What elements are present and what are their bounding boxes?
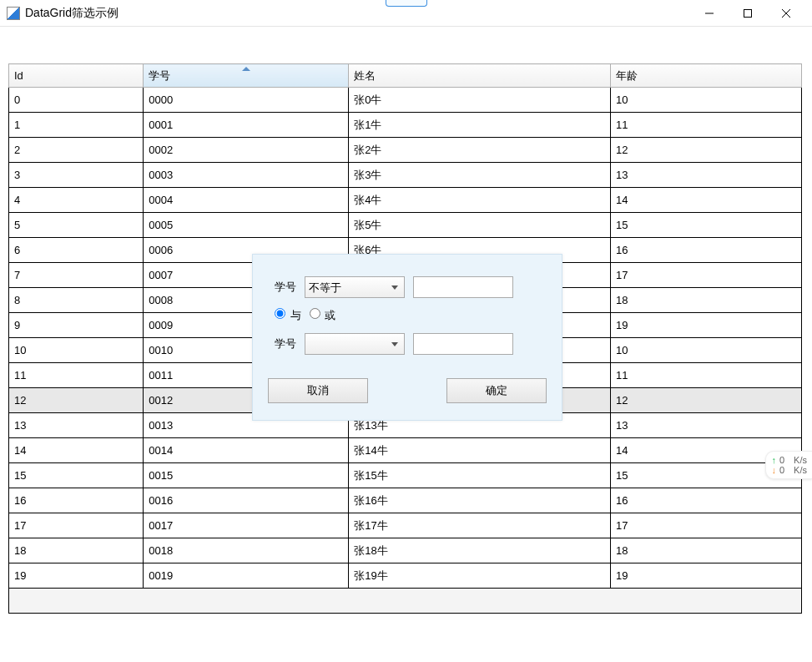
- table-cell: 0005: [144, 213, 349, 238]
- table-cell: 张17牛: [349, 513, 611, 538]
- logic-or-radio[interactable]: 或: [306, 308, 336, 323]
- filter-popup: 学号 不等于 与 或 学号 取消 确定: [252, 254, 562, 421]
- table-cell: 12: [611, 388, 802, 413]
- filter-value1-input[interactable]: [413, 276, 513, 298]
- table-cell: 张15牛: [349, 463, 611, 488]
- table-cell: 13: [611, 163, 802, 188]
- filter-condition-2: 学号: [268, 333, 547, 355]
- table-cell: 张16牛: [349, 488, 611, 513]
- column-header-label: Id: [14, 69, 23, 82]
- table-row[interactable]: 00000张0牛10: [9, 88, 802, 113]
- table-row[interactable]: 150015张15牛15: [9, 463, 802, 488]
- table-cell: 0016: [144, 488, 349, 513]
- table-cell: 张18牛: [349, 538, 611, 563]
- maximize-button[interactable]: [729, 1, 767, 26]
- table-cell: 张5牛: [349, 213, 611, 238]
- upload-unit: K/s: [794, 455, 807, 465]
- table-row[interactable]: 170017张17牛17: [9, 513, 802, 538]
- filter-field2-label: 学号: [268, 336, 296, 351]
- table-cell: 0003: [144, 163, 349, 188]
- table-cell: 张2牛: [349, 138, 611, 163]
- table-cell: 0: [9, 88, 144, 113]
- download-icon: ↓: [771, 465, 776, 475]
- table-cell: 18: [611, 288, 802, 313]
- table-cell: 10: [611, 338, 802, 363]
- column-header[interactable]: 学号: [144, 64, 349, 88]
- table-cell: 张4牛: [349, 188, 611, 213]
- download-value: 0: [779, 465, 784, 475]
- table-cell: 16: [611, 488, 802, 513]
- table-row[interactable]: 50005张5牛15: [9, 213, 802, 238]
- table-cell: 17: [611, 513, 802, 538]
- table-cell: 张19牛: [349, 563, 611, 589]
- cancel-button[interactable]: 取消: [268, 378, 368, 403]
- sort-ascending-icon: [242, 67, 250, 71]
- column-header-label: 姓名: [354, 69, 376, 82]
- filter-value2-input[interactable]: [413, 333, 513, 355]
- download-unit: K/s: [794, 465, 807, 475]
- table-cell: 9: [9, 313, 144, 338]
- filter-operator1-select[interactable]: 不等于: [305, 276, 405, 298]
- table-row[interactable]: 20002张2牛12: [9, 138, 802, 163]
- svg-rect-1: [744, 9, 752, 17]
- table-row[interactable]: 30003张3牛13: [9, 163, 802, 188]
- table-cell: 12: [611, 138, 802, 163]
- table-cell: 张0牛: [349, 88, 611, 113]
- grid-footer-space: [9, 589, 802, 614]
- table-cell: 19: [611, 563, 802, 589]
- grid-header: Id学号姓名年龄: [9, 64, 802, 88]
- titlebar: DataGrid筛选示例: [0, 0, 812, 27]
- column-header[interactable]: 姓名: [349, 64, 611, 88]
- table-cell: 12: [9, 388, 144, 413]
- filter-field1-label: 学号: [268, 280, 296, 295]
- table-cell: 19: [9, 563, 144, 589]
- table-cell: 0004: [144, 188, 349, 213]
- table-row[interactable]: 140014张14牛14: [9, 438, 802, 463]
- network-speed-overlay: ↑0 K/s ↓0 K/s: [765, 451, 812, 479]
- table-cell: 10: [611, 88, 802, 113]
- table-cell: 17: [611, 263, 802, 288]
- table-cell: 10: [9, 338, 144, 363]
- column-header[interactable]: Id: [9, 64, 144, 88]
- table-cell: 0018: [144, 538, 349, 563]
- table-cell: 0000: [144, 88, 349, 113]
- column-header-label: 学号: [149, 69, 170, 82]
- window-controls: [690, 1, 805, 26]
- table-cell: 7: [9, 263, 144, 288]
- table-cell: 张1牛: [349, 113, 611, 138]
- table-cell: 3: [9, 163, 144, 188]
- table-cell: 17: [9, 513, 144, 538]
- filter-operator2-select[interactable]: [305, 333, 405, 355]
- table-cell: 16: [611, 238, 802, 263]
- table-cell: 15: [9, 463, 144, 488]
- table-cell: 张14牛: [349, 438, 611, 463]
- table-row[interactable]: 190019张19牛19: [9, 563, 802, 589]
- table-cell: 13: [9, 413, 144, 438]
- table-row[interactable]: 40004张4牛14: [9, 188, 802, 213]
- table-cell: 16: [9, 488, 144, 513]
- ok-button[interactable]: 确定: [446, 378, 547, 403]
- table-cell: 11: [611, 113, 802, 138]
- table-cell: 2: [9, 138, 144, 163]
- table-row[interactable]: 10001张1牛11: [9, 113, 802, 138]
- table-cell: 8: [9, 288, 144, 313]
- column-header[interactable]: 年龄: [611, 64, 802, 88]
- table-cell: 4: [9, 188, 144, 213]
- titlebar-tab-handle[interactable]: [386, 0, 427, 7]
- table-row[interactable]: 180018张18牛18: [9, 538, 802, 563]
- minimize-button[interactable]: [690, 1, 729, 26]
- upload-value: 0: [779, 455, 784, 465]
- table-cell: 19: [611, 313, 802, 338]
- table-cell: 0002: [144, 138, 349, 163]
- filter-logic-row: 与 或: [268, 308, 547, 323]
- close-button[interactable]: [767, 1, 805, 26]
- table-cell: 6: [9, 238, 144, 263]
- table-cell: 0014: [144, 438, 349, 463]
- table-cell: 18: [611, 538, 802, 563]
- column-header-label: 年龄: [616, 69, 638, 82]
- logic-and-radio[interactable]: 与: [271, 308, 301, 323]
- table-cell: 18: [9, 538, 144, 563]
- filter-button-row: 取消 确定: [268, 378, 547, 403]
- table-cell: 14: [9, 438, 144, 463]
- table-row[interactable]: 160016张16牛16: [9, 488, 802, 513]
